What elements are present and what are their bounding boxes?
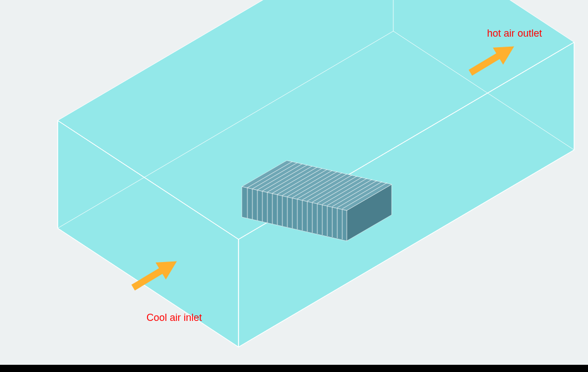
- svg-line-31: [272, 167, 317, 193]
- svg-line-44: [337, 182, 382, 208]
- svg-marker-4: [242, 187, 347, 241]
- svg-line-38: [307, 175, 352, 201]
- svg-line-27: [252, 163, 297, 189]
- svg-marker-46: [128, 253, 182, 296]
- svg-line-35: [292, 172, 337, 198]
- outlet-label: hot air outlet: [487, 28, 542, 39]
- inlet-label: Cool air inlet: [146, 312, 202, 324]
- svg-line-40: [317, 177, 362, 203]
- svg-line-32: [277, 168, 322, 194]
- inlet-arrow-icon: [128, 253, 182, 296]
- bottom-bar: [0, 365, 588, 372]
- svg-line-34: [287, 170, 332, 197]
- svg-line-37: [302, 174, 347, 200]
- svg-line-30: [267, 166, 312, 192]
- svg-line-29: [262, 165, 307, 191]
- svg-marker-1: [239, 42, 574, 347]
- svg-marker-25: [242, 160, 392, 210]
- svg-marker-3: [347, 184, 392, 241]
- svg-line-43: [332, 180, 377, 207]
- svg-line-26: [247, 162, 292, 188]
- svg-line-36: [297, 173, 342, 199]
- svg-marker-47: [465, 38, 519, 81]
- svg-line-33: [282, 169, 327, 195]
- svg-line-42: [327, 179, 372, 205]
- svg-line-39: [312, 176, 357, 202]
- svg-line-41: [322, 178, 367, 204]
- isometric-scene: [0, 0, 588, 372]
- heatsink: [242, 160, 392, 241]
- svg-line-45: [342, 183, 387, 209]
- outlet-arrow-icon: [465, 38, 519, 81]
- diagram-stage: Cool air inlet hot air outlet: [0, 0, 588, 372]
- svg-line-28: [257, 164, 302, 190]
- air-domain-box: [58, 0, 574, 347]
